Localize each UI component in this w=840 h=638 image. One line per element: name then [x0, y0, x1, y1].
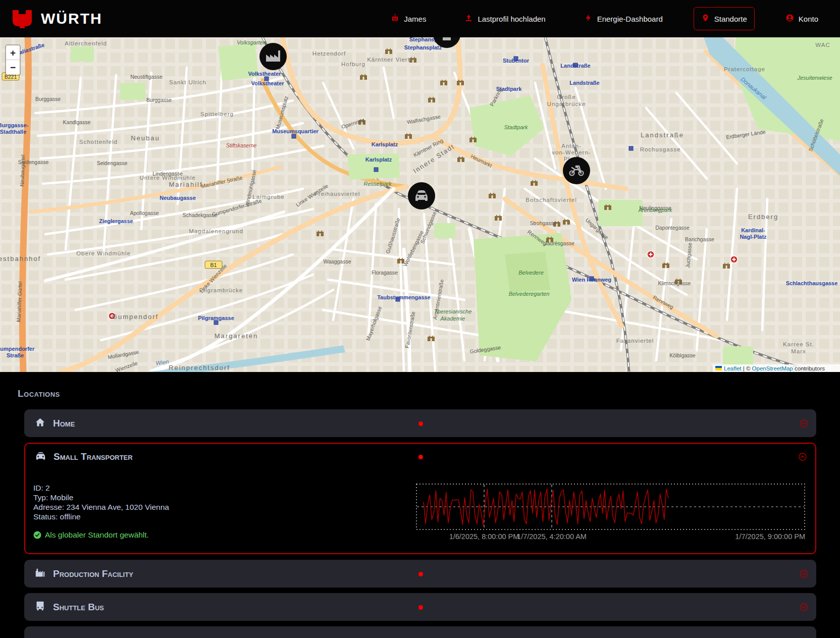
status-dot: [418, 421, 423, 426]
user-icon: [785, 14, 794, 24]
upload-icon: [464, 14, 473, 24]
location-details: ID: 2Typ: MobileAdresse: 234 Vienna Ave,…: [33, 470, 416, 544]
station-icon: [292, 134, 296, 138]
map-label: Hetzendorf: [312, 50, 346, 57]
map-label: Pilgramgasse: [198, 315, 234, 321]
map-label: Stadthalle: [0, 129, 26, 135]
map-container[interactable]: AltlerchenfeldThaliastraßeNeustiftgasseB…: [0, 37, 840, 372]
locations-heading: Locations: [18, 388, 840, 399]
hospital-icon: [647, 251, 654, 258]
chart-border: [416, 484, 805, 529]
chart-tick-label: 1/7/2025, 9:00:00 PM: [735, 533, 805, 541]
map-label: Dapontegasse: [655, 225, 690, 231]
zoom-out-button[interactable]: −: [6, 60, 20, 75]
global-note-text: Als globaler Standort gewählt.: [45, 530, 149, 540]
hospital-icon: [730, 256, 738, 263]
attribution-suffix: contributors: [793, 365, 825, 371]
map-label: Sankt Ulrich: [169, 79, 206, 85]
locations-list: HomeSmall TransporterID: 2Typ: MobileAdr…: [24, 409, 816, 638]
map-marker-factory[interactable]: [259, 43, 287, 70]
nav-item-label: Lastprofil hochladen: [478, 15, 545, 23]
map-label: Klimschgasse: [658, 280, 691, 286]
map-label: Spittelberg: [200, 111, 234, 117]
map-label: Landstraße: [560, 63, 590, 69]
location-title: Small Transporter: [54, 451, 133, 462]
location-row-production-facility[interactable]: Production Facility: [24, 560, 816, 588]
map-label: Apollogasse: [130, 210, 159, 216]
car-icon: [35, 451, 46, 463]
map-label: Altlerchenfeld: [65, 40, 107, 46]
bolt-icon: [584, 14, 593, 24]
map-label: Neubau: [131, 134, 160, 142]
map-label: Stadtpark: [504, 124, 528, 130]
bus-icon: [35, 601, 45, 613]
chart-tick-label: 1/6/2025, 8:00:00 PM: [449, 533, 519, 541]
brand: WÜRTH: [11, 7, 102, 30]
map-label: Volkstheater: [251, 80, 284, 86]
map-label: Anton-: [561, 143, 582, 149]
map-label: Stephansplatz: [404, 44, 442, 50]
load-profile-chart: 1/6/2025, 8:00:00 PM1/7/2025, 4:20:00 AM…: [416, 484, 807, 544]
location-title: Home: [53, 418, 75, 429]
map-label: Margareten: [215, 332, 258, 340]
wurth-logo-icon: [11, 7, 34, 30]
status-dot: [418, 605, 423, 610]
location-row-shuttle-bus[interactable]: Shuttle Bus: [24, 593, 816, 621]
map-label: Ungarbrücke: [547, 101, 586, 107]
map-label: von-Webern-: [552, 149, 591, 155]
map-label: Jaurèsgasse: [544, 240, 574, 246]
map-marker-motorcycle[interactable]: [563, 157, 590, 184]
map-label: Stiftskaserne: [226, 142, 257, 148]
detail-adresse: Adresse: 234 Vienna Ave, 1020 Vienna: [33, 502, 416, 512]
chart-tick-label: 1/7/2025, 4:20:00 AM: [517, 533, 587, 541]
map-label: Nagl-Platz: [740, 234, 767, 240]
map-label: Neustiftgasse: [130, 74, 163, 80]
detail-id: ID: 2: [33, 483, 416, 493]
map-label: Botschaftsviertel: [526, 197, 576, 203]
status-dot: [418, 455, 423, 459]
map-label: Landstraße: [641, 131, 684, 139]
map-label: Neubaugürtel: [19, 154, 26, 186]
map-label: Magdalenengrund: [189, 228, 243, 234]
map-attribution: Leaflet | © OpenStreetMap contributors: [713, 364, 840, 372]
nav-item-upload[interactable]: Lastprofil hochladen: [457, 7, 553, 30]
brand-name: WÜRTH: [41, 10, 102, 27]
map-label: Obere Windmühle: [76, 250, 131, 256]
map-label: Floragasse: [372, 270, 398, 276]
map-label: Volksgarten: [237, 39, 266, 45]
map-label: Freihausviertel: [314, 191, 360, 197]
map-label: Fasanviertel: [616, 338, 654, 344]
nav-item-label: Konto: [799, 15, 818, 23]
map-canvas[interactable]: AltlerchenfeldThaliastraßeNeustiftgasseB…: [0, 37, 840, 372]
map-label: Burggasse-: [0, 122, 29, 128]
leaflet-link[interactable]: Leaflet: [724, 365, 742, 371]
map-label: Gumpendorfer: [0, 346, 35, 352]
chart-x-ticks: 1/6/2025, 8:00:00 PM1/7/2025, 4:20:00 AM…: [449, 533, 805, 541]
zoom-in-button[interactable]: +: [6, 45, 20, 60]
nav-item-james[interactable]: James: [383, 7, 434, 30]
map-marker-car[interactable]: [408, 182, 435, 209]
nav-item-konto[interactable]: Konto: [778, 7, 826, 30]
map-label: Stubentor: [503, 58, 530, 64]
map-label: Belvederegarten: [509, 291, 550, 297]
map-label: Karlsplatz: [365, 156, 392, 163]
map-label: Strohgasse: [530, 220, 556, 226]
map-label: Barichgasse: [685, 236, 714, 242]
location-row-partial[interactable]: [24, 626, 816, 638]
map-label: Waaggasse: [323, 258, 351, 264]
road-ref-text: B1: [211, 262, 217, 268]
map-label: Große: [557, 94, 576, 100]
osm-link[interactable]: OpenStreetMap: [752, 365, 793, 371]
location-row-home[interactable]: Home: [24, 409, 816, 437]
map-label: Landstraße: [569, 80, 599, 86]
map-label: Taubstummengasse: [377, 294, 431, 300]
nav-item-standorte[interactable]: Standorte: [694, 7, 755, 30]
map-label: Kärntner Viertel: [367, 57, 415, 63]
nav-item-energy[interactable]: Energie-Dashboard: [576, 7, 670, 30]
map-label: Belvedere: [518, 270, 544, 276]
location-row-small-transporter[interactable]: Small Transporter: [25, 444, 815, 470]
load-profile-line: [424, 489, 668, 525]
status-dot: [418, 572, 423, 576]
map-label: Untere Windmühle: [139, 175, 195, 181]
station-icon: [629, 146, 633, 150]
